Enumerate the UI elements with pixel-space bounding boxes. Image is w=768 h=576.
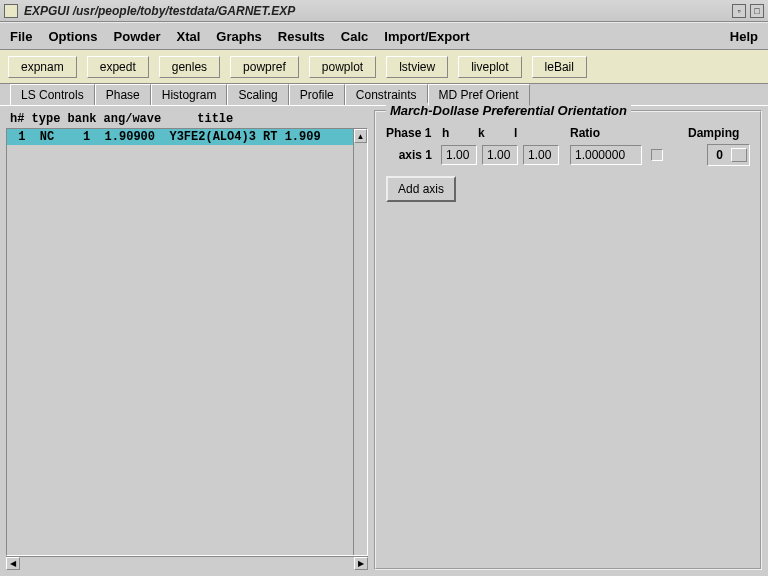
tab-phase[interactable]: Phase xyxy=(95,84,151,105)
scroll-track[interactable] xyxy=(20,557,354,570)
tabs-row: LS Controls Phase Histogram Scaling Prof… xyxy=(0,84,768,106)
histogram-row[interactable]: 1 NC 1 1.90900 Y3FE2(ALO4)3 RT 1.909 xyxy=(7,129,367,145)
label-k: k xyxy=(478,126,514,140)
content-area: h# type bank ang/wave title 1 NC 1 1.909… xyxy=(0,106,768,576)
tab-md-pref-orient[interactable]: MD Pref Orient xyxy=(428,84,530,106)
menu-powder[interactable]: Powder xyxy=(114,29,161,44)
toolbar: expnam expedt genles powpref powplot lst… xyxy=(0,50,768,84)
tab-profile[interactable]: Profile xyxy=(289,84,345,105)
horizontal-scrollbar[interactable]: ◀ ▶ xyxy=(6,556,368,570)
scroll-left-icon[interactable]: ◀ xyxy=(6,557,20,570)
md-pane: March-Dollase Preferential Orientation P… xyxy=(374,110,762,570)
menubar: File Options Powder Xtal Graphs Results … xyxy=(0,22,768,50)
damping-select[interactable]: 0 xyxy=(707,144,750,166)
input-h[interactable]: 1.00 xyxy=(441,145,477,165)
md-groupbox: March-Dollase Preferential Orientation P… xyxy=(374,110,762,570)
tool-expedt[interactable]: expedt xyxy=(87,56,149,78)
menu-import-export[interactable]: Import/Export xyxy=(384,29,469,44)
label-h: h xyxy=(442,126,478,140)
maximize-button[interactable]: □ xyxy=(750,4,764,18)
histogram-list-header: h# type bank ang/wave title xyxy=(6,110,368,128)
menu-options[interactable]: Options xyxy=(48,29,97,44)
label-damping: Damping xyxy=(688,126,750,140)
input-k[interactable]: 1.00 xyxy=(482,145,518,165)
menu-file[interactable]: File xyxy=(10,29,32,44)
input-ratio[interactable]: 1.000000 xyxy=(570,145,642,165)
tool-genles[interactable]: genles xyxy=(159,56,220,78)
tool-lstview[interactable]: lstview xyxy=(386,56,448,78)
label-ratio: Ratio xyxy=(570,126,650,140)
md-field-labels: Phase 1 h k l Ratio Damping xyxy=(386,126,750,144)
input-l[interactable]: 1.00 xyxy=(523,145,559,165)
label-phase: Phase 1 xyxy=(386,126,442,140)
axis-refine-checkbox[interactable] xyxy=(651,149,663,161)
menu-help[interactable]: Help xyxy=(730,29,758,44)
add-axis-button[interactable]: Add axis xyxy=(386,176,456,202)
window-menu-icon[interactable] xyxy=(4,4,18,18)
minimize-button[interactable]: ▫ xyxy=(732,4,746,18)
vertical-scrollbar[interactable]: ▲ xyxy=(353,129,367,555)
histogram-list[interactable]: 1 NC 1 1.90900 Y3FE2(ALO4)3 RT 1.909 ▲ xyxy=(6,128,368,556)
damping-knob-icon[interactable] xyxy=(731,148,747,162)
tool-powpref[interactable]: powpref xyxy=(230,56,299,78)
tab-ls-controls[interactable]: LS Controls xyxy=(10,84,95,105)
titlebar: EXPGUI /usr/people/toby/testdata/GARNET.… xyxy=(0,0,768,22)
menu-calc[interactable]: Calc xyxy=(341,29,368,44)
tab-scaling[interactable]: Scaling xyxy=(227,84,288,105)
damping-value: 0 xyxy=(708,148,731,162)
menu-xtal[interactable]: Xtal xyxy=(176,29,200,44)
tool-lebail[interactable]: leBail xyxy=(532,56,587,78)
scroll-right-icon[interactable]: ▶ xyxy=(354,557,368,570)
axis-label: axis 1 xyxy=(386,148,436,162)
tab-constraints[interactable]: Constraints xyxy=(345,84,428,105)
scroll-up-icon[interactable]: ▲ xyxy=(354,129,367,143)
window-title: EXPGUI /usr/people/toby/testdata/GARNET.… xyxy=(24,4,295,18)
axis-row: axis 1 1.00 1.00 1.00 1.000000 0 xyxy=(386,144,750,166)
label-l: l xyxy=(514,126,550,140)
tool-powplot[interactable]: powplot xyxy=(309,56,376,78)
menu-results[interactable]: Results xyxy=(278,29,325,44)
tab-histogram[interactable]: Histogram xyxy=(151,84,228,105)
menu-graphs[interactable]: Graphs xyxy=(216,29,262,44)
histogram-pane: h# type bank ang/wave title 1 NC 1 1.909… xyxy=(6,110,368,570)
tool-liveplot[interactable]: liveplot xyxy=(458,56,521,78)
tool-expnam[interactable]: expnam xyxy=(8,56,77,78)
